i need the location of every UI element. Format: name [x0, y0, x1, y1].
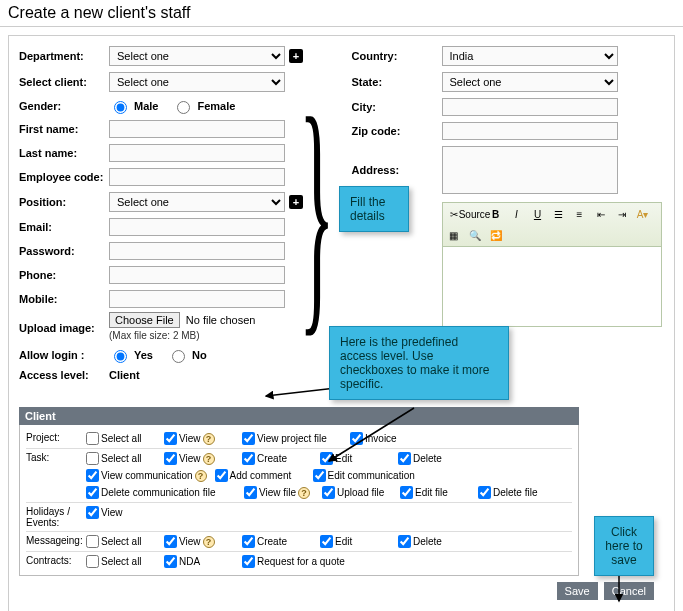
country-select[interactable]: India: [442, 46, 618, 66]
callout-access-level: Here is the predefined access level. Use…: [329, 326, 509, 400]
access-level-value: Client: [109, 369, 140, 381]
task-edit-checkbox[interactable]: [320, 452, 333, 465]
task-addcomment-label: Add comment: [230, 470, 292, 481]
task-editfile-checkbox[interactable]: [400, 486, 413, 499]
department-select[interactable]: Select one: [109, 46, 285, 66]
form-panel: } Fill the details Here is the predefine…: [8, 35, 675, 611]
address-textarea[interactable]: [442, 146, 618, 194]
text-color-button[interactable]: A▾: [634, 205, 652, 223]
find-icon[interactable]: 🔍: [466, 226, 484, 244]
help-icon[interactable]: ?: [203, 536, 215, 548]
last-name-input[interactable]: [109, 144, 285, 162]
callout-fill-details: Fill the details: [339, 186, 409, 232]
allow-login-yes-radio[interactable]: [114, 350, 127, 363]
richtext-toolbar: ✂ Source B I U ☰ ≡ ⇤ ⇥ A▾ ▦ 🔍 🔁: [442, 202, 662, 247]
task-create-checkbox[interactable]: [242, 452, 255, 465]
task-delete-checkbox[interactable]: [398, 452, 411, 465]
contracts-selectall-label: Select all: [101, 556, 142, 567]
label-allow-login: Allow login :: [19, 349, 109, 361]
label-zip: Zip code:: [352, 125, 442, 137]
help-icon[interactable]: ?: [203, 453, 215, 465]
msg-selectall-checkbox[interactable]: [86, 535, 99, 548]
task-viewcomm-checkbox[interactable]: [86, 469, 99, 482]
project-viewfile-checkbox[interactable]: [242, 432, 255, 445]
task-addcomment-checkbox[interactable]: [215, 469, 228, 482]
italic-button[interactable]: I: [508, 205, 526, 223]
task-viewfile-label: View file: [259, 487, 296, 498]
perm-row-project: Project: Select all View? View project f…: [26, 429, 572, 449]
ordered-list-icon[interactable]: ☰: [550, 205, 568, 223]
phone-input[interactable]: [109, 266, 285, 284]
save-button[interactable]: Save: [557, 582, 598, 600]
task-deletefile-label: Delete file: [493, 487, 537, 498]
task-deletefile-checkbox[interactable]: [478, 486, 491, 499]
zip-input[interactable]: [442, 122, 618, 140]
allow-login-no-label: No: [192, 349, 207, 361]
task-uploadfile-checkbox[interactable]: [322, 486, 335, 499]
email-input[interactable]: [109, 218, 285, 236]
task-view-label: View: [179, 453, 201, 464]
outdent-icon[interactable]: ⇤: [592, 205, 610, 223]
unordered-list-icon[interactable]: ≡: [571, 205, 589, 223]
project-view-checkbox[interactable]: [164, 432, 177, 445]
permissions-header: Client: [19, 407, 579, 425]
task-selectall-checkbox[interactable]: [86, 452, 99, 465]
underline-button[interactable]: U: [529, 205, 547, 223]
contracts-selectall-checkbox[interactable]: [86, 555, 99, 568]
source-button[interactable]: Source: [466, 205, 484, 223]
task-editfile-label: Edit file: [415, 487, 448, 498]
callout-save: Click here to save: [594, 516, 654, 576]
help-icon[interactable]: ?: [203, 433, 215, 445]
task-delcommfile-checkbox[interactable]: [86, 486, 99, 499]
password-input[interactable]: [109, 242, 285, 260]
project-invoice-checkbox[interactable]: [350, 432, 363, 445]
task-edit-label: Edit: [335, 453, 352, 464]
label-upload-image: Upload image:: [19, 322, 109, 334]
richtext-area[interactable]: [442, 247, 662, 327]
msg-delete-checkbox[interactable]: [398, 535, 411, 548]
client-select[interactable]: Select one: [109, 72, 285, 92]
no-file-chosen: No file chosen: [186, 314, 256, 326]
msg-view-checkbox[interactable]: [164, 535, 177, 548]
choose-file-button[interactable]: Choose File: [109, 312, 180, 328]
bold-button[interactable]: B: [487, 205, 505, 223]
msg-selectall-label: Select all: [101, 536, 142, 547]
replace-icon[interactable]: 🔁: [487, 226, 505, 244]
mobile-input[interactable]: [109, 290, 285, 308]
help-icon[interactable]: ?: [195, 470, 207, 482]
task-delcommfile-label: Delete communication file: [101, 487, 216, 498]
label-department: Department:: [19, 50, 109, 62]
gender-male-radio[interactable]: [114, 101, 127, 114]
city-input[interactable]: [442, 98, 618, 116]
allow-login-no-radio[interactable]: [172, 350, 185, 363]
cancel-button[interactable]: Cancel: [604, 582, 654, 600]
holidays-view-checkbox[interactable]: [86, 506, 99, 519]
first-name-input[interactable]: [109, 120, 285, 138]
table-icon[interactable]: ▦: [445, 226, 463, 244]
task-editcomm-checkbox[interactable]: [313, 469, 326, 482]
add-department-button[interactable]: +: [289, 49, 303, 63]
label-last-name: Last name:: [19, 147, 109, 159]
employee-code-input[interactable]: [109, 168, 285, 186]
task-view-checkbox[interactable]: [164, 452, 177, 465]
msg-edit-checkbox[interactable]: [320, 535, 333, 548]
task-viewfile-checkbox[interactable]: [244, 486, 257, 499]
label-first-name: First name:: [19, 123, 109, 135]
perm-label-messaging: Messageing:: [26, 535, 86, 546]
position-select[interactable]: Select one: [109, 192, 285, 212]
max-file-hint: (Max file size: 2 MB): [109, 330, 200, 341]
label-city: City:: [352, 101, 442, 113]
task-uploadfile-label: Upload file: [337, 487, 384, 498]
project-selectall-checkbox[interactable]: [86, 432, 99, 445]
label-select-client: Select client:: [19, 76, 109, 88]
perm-row-task: Task: Select all View? Create Edit Delet…: [26, 449, 572, 503]
contracts-rfq-checkbox[interactable]: [242, 555, 255, 568]
contracts-nda-checkbox[interactable]: [164, 555, 177, 568]
gender-female-radio[interactable]: [177, 101, 190, 114]
perm-row-contracts: Contracts: Select all NDA Request for a …: [26, 552, 572, 571]
msg-create-checkbox[interactable]: [242, 535, 255, 548]
label-gender: Gender:: [19, 100, 109, 112]
state-select[interactable]: Select one: [442, 72, 618, 92]
help-icon[interactable]: ?: [298, 487, 310, 499]
indent-icon[interactable]: ⇥: [613, 205, 631, 223]
